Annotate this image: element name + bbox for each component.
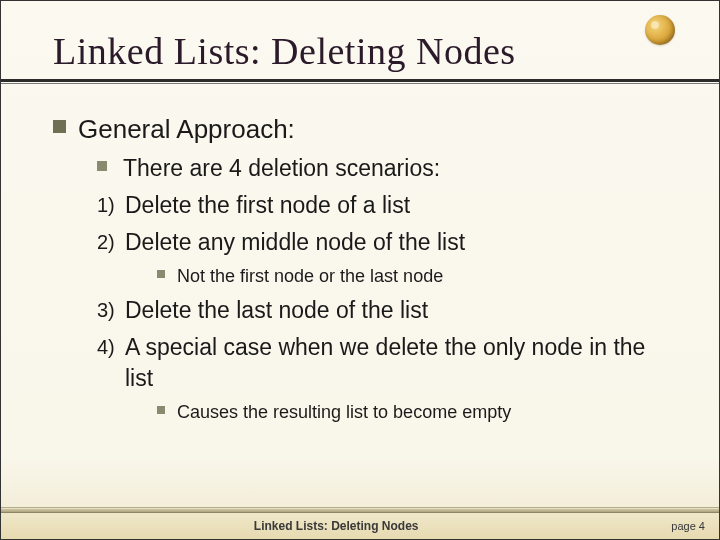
sub-bullet-2: Not the first node or the last node	[157, 264, 679, 288]
sub-bullet-text: Causes the resulting list to become empt…	[177, 400, 511, 424]
slide-title: Linked Lists: Deleting Nodes	[53, 29, 679, 73]
square-bullet-icon	[157, 270, 165, 278]
bullet-text: General Approach:	[78, 112, 295, 147]
page-number: page 4	[671, 520, 719, 532]
title-rule	[1, 79, 719, 84]
list-item-2: 2) Delete any middle node of the list	[97, 227, 679, 258]
bullet-general-approach: General Approach:	[53, 112, 679, 147]
square-bullet-icon	[53, 120, 66, 133]
slide: Linked Lists: Deleting Nodes General App…	[1, 1, 719, 539]
list-marker: 4)	[97, 334, 125, 361]
list-item-1: 1) Delete the first node of a list	[97, 190, 679, 221]
list-item-text: Delete the first node of a list	[125, 190, 410, 221]
list-marker: 3)	[97, 297, 125, 324]
slide-footer: Linked Lists: Deleting Nodes page 4	[1, 513, 719, 539]
sub-bullet-text: Not the first node or the last node	[177, 264, 443, 288]
list-item-4: 4) A special case when we delete the onl…	[97, 332, 679, 394]
bullet-intro: There are 4 deletion scenarios:	[97, 153, 679, 184]
list-marker: 1)	[97, 192, 125, 219]
sub-bullet-4: Causes the resulting list to become empt…	[157, 400, 679, 424]
list-item-3: 3) Delete the last node of the list	[97, 295, 679, 326]
list-item-text: Delete any middle node of the list	[125, 227, 465, 258]
list-marker: 2)	[97, 229, 125, 256]
list-item-text: Delete the last node of the list	[125, 295, 428, 326]
gold-orb-logo	[645, 15, 675, 45]
square-bullet-icon	[97, 161, 107, 171]
footer-rule	[1, 507, 719, 513]
slide-content: General Approach: There are 4 deletion s…	[53, 112, 679, 424]
square-bullet-icon	[157, 406, 165, 414]
footer-title: Linked Lists: Deleting Nodes	[1, 519, 671, 533]
bullet-text: There are 4 deletion scenarios:	[123, 153, 440, 184]
list-item-text: A special case when we delete the only n…	[125, 332, 679, 394]
